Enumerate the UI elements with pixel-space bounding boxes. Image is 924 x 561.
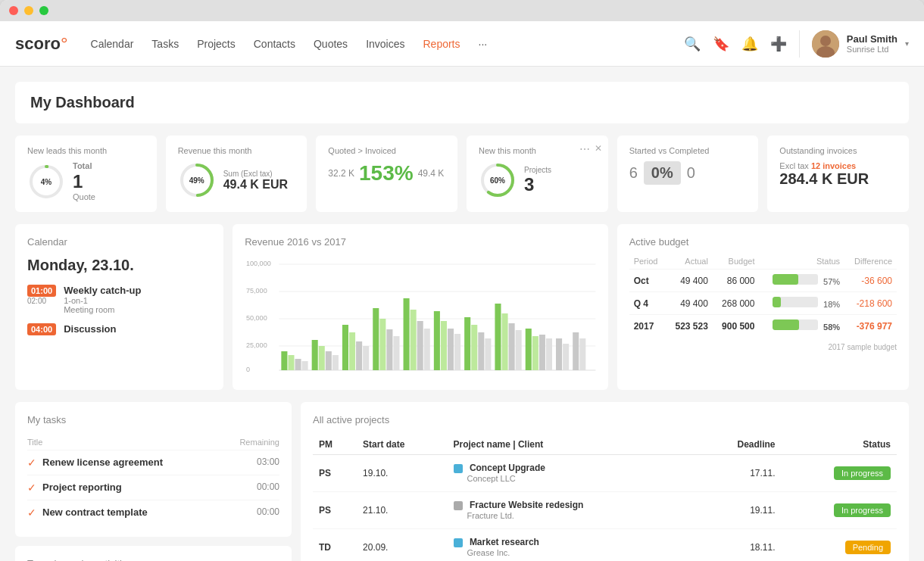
task-2-remaining: 00:00 [220,475,279,500]
tasks-title: My tasks [27,414,279,425]
team-hours-card: Team hours by activities 6.9% [15,546,292,561]
svg-rect-28 [349,332,355,370]
svg-rect-44 [471,325,477,370]
tasks-card: My tasks Title Remaining ✓ Renew license [15,402,292,537]
titlebar [0,0,924,21]
invoice-count: 12 invoices [811,161,856,170]
tasks-col-title: Title [27,435,220,450]
revenue-chart: Revenue 2016 vs 2017 100,000 75,000 50,0… [233,224,607,390]
budget-row-oct: Oct 49 400 86 000 57% -36 600 [629,270,897,292]
task-2-check: ✓ [27,475,42,500]
svg-rect-34 [394,336,400,370]
bottom-row: My tasks Title Remaining ✓ Renew license [15,402,909,561]
budget-actual-oct: 49 400 [666,270,713,292]
leads-sub: Quote [73,192,145,201]
proj-col-status: Status [782,435,897,455]
projects-count: 3 [524,174,596,195]
nav-invoices[interactable]: Invoices [366,38,404,50]
completed-count: 0 [687,164,695,182]
search-icon[interactable]: 🔍 [684,36,701,52]
svg-rect-38 [424,329,430,370]
budget-col-actual: Actual [666,254,713,270]
projects-title: All active projects [313,414,897,425]
proj-1-start: 19.10. [357,455,447,492]
tasks-col-remaining: Remaining [220,435,279,450]
logo-accent: ° [61,33,68,55]
stat-close[interactable]: ✕ [595,143,602,154]
proj-1-deadline: 17.11. [698,455,782,492]
projects-pct: 60% [490,176,505,185]
event-1-name: Weekly catch-up [64,285,141,296]
event-2-time: 04:00 [27,323,56,335]
leads-circle: 4% [27,163,65,201]
event-2-name: Discussion [64,323,116,335]
svg-rect-54 [546,338,552,370]
maximize-button[interactable] [39,6,48,15]
user-area[interactable]: Paul Smith Sunrise Ltd ▾ [799,30,909,58]
budget-col-status: Status [759,254,844,270]
nav-quotes[interactable]: Quotes [314,38,348,50]
stat-quoted-label: Quoted > Invoiced [328,146,445,155]
projects-card: All active projects PM Start date Projec… [301,402,909,561]
budget-status-oct: 57% [759,270,844,292]
bookmark-icon[interactable]: 🔖 [713,36,729,52]
budget-period-2017: 2017 [629,315,666,338]
budget-period-q4: Q 4 [629,292,666,315]
stat-started: Started vs Completed 6 0% 0 [617,136,759,212]
stat-menu[interactable]: ⋯ [579,143,590,155]
budget-row-2017: 2017 523 523 900 500 58% -376 977 [629,315,897,338]
started-count: 6 [629,164,638,182]
budget-budget-2017: 900 500 [713,315,760,338]
revenue-circle: 49% [178,161,216,199]
stat-started-label: Started vs Completed [629,146,747,155]
nav-projects[interactable]: Projects [197,38,236,50]
svg-rect-58 [580,338,586,370]
svg-text:25,000: 25,000 [246,341,267,349]
event-1-end: 02:00 [27,297,56,305]
svg-rect-51 [526,329,532,370]
event-1-time: 01:00 [27,285,56,297]
add-icon[interactable]: ➕ [770,36,787,52]
budget-actual-q4: 49 400 [666,292,713,315]
calendar-card: Calendar Monday, 23.10. 01:00 02:00 Week… [15,224,223,390]
calendar-date: Monday, 23.10. [27,257,211,274]
revenue-pct: 49% [189,176,204,185]
budget-diff-q4: -218 600 [844,292,897,315]
stat-new-leads-label: New leads this month [27,146,145,155]
proj-row-3: TD 20.09. Market research Grease Inc. 18… [313,529,897,561]
nav-calendar[interactable]: Calendar [91,38,134,50]
calendar-title: Calendar [27,236,211,248]
task-row-2: ✓ Project reporting 00:00 [27,475,279,500]
proj-3-name: Market research Grease Inc. [448,529,698,561]
svg-rect-48 [502,313,508,370]
svg-text:0: 0 [246,366,250,373]
proj-3-deadline: 18.11. [698,529,782,561]
stat-outstanding-label: Outstanding invoices [779,146,897,155]
svg-rect-19 [282,351,288,370]
logo[interactable]: scoro° [15,33,68,55]
quoted-pct: 153% [359,161,414,185]
revenue-amount: 49.4 K EUR [223,178,295,192]
nav-reports[interactable]: Reports [423,38,460,50]
svg-rect-50 [516,330,522,370]
bell-icon[interactable]: 🔔 [741,36,758,52]
svg-rect-47 [495,304,501,370]
minimize-button[interactable] [24,6,33,15]
event-2: 04:00 Discussion [27,323,211,335]
nav-more[interactable]: ··· [479,38,488,50]
svg-text:100,000: 100,000 [246,260,271,267]
budget-diff-2017: -376 977 [844,315,897,338]
close-button[interactable] [9,6,18,15]
svg-rect-53 [539,335,545,370]
proj-2-status: In progress [782,492,897,529]
leads-total-label: Total [73,161,145,171]
logo-text: scoro [15,34,61,54]
nav-tasks[interactable]: Tasks [151,38,179,50]
stat-quoted: Quoted > Invoiced 32.2 K 153% 49.4 K [316,136,457,212]
proj-1-status: In progress [782,455,897,492]
event-1-sub2: Meeting room [64,305,141,314]
page-title: My Dashboard [30,94,894,111]
proj-row-2: PS 21.10. Fracture Website redesign Frac… [313,492,897,529]
svg-rect-43 [464,317,470,370]
nav-contacts[interactable]: Contacts [254,38,295,50]
